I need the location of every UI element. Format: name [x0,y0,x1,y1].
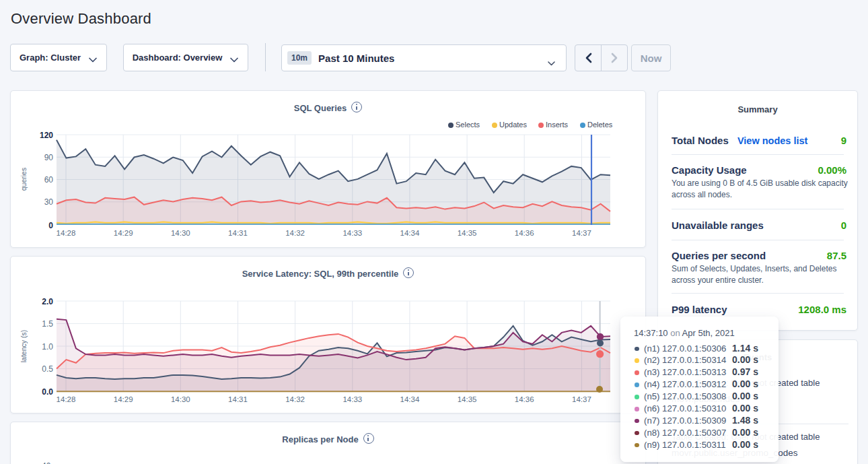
svg-text:0.5: 0.5 [42,364,53,374]
svg-text:120: 120 [40,131,53,140]
svg-text:90: 90 [44,153,54,162]
svg-text:1.0: 1.0 [42,342,53,352]
svg-text:0.0: 0.0 [42,387,53,397]
svg-text:0: 0 [48,221,53,230]
svg-text:14:31: 14:31 [228,229,248,237]
svg-text:14:37: 14:37 [572,395,591,403]
svg-text:latency (s): latency (s) [20,330,28,362]
svg-text:14:36: 14:36 [515,229,534,237]
svg-text:60: 60 [44,175,54,185]
svg-text:2.0: 2.0 [42,297,53,306]
svg-text:14:28: 14:28 [57,229,76,237]
svg-text:14:36: 14:36 [515,395,534,403]
svg-text:14:31: 14:31 [228,395,248,403]
svg-text:14:29: 14:29 [114,229,133,237]
svg-text:14:30: 14:30 [171,395,190,403]
svg-text:14:37: 14:37 [572,229,591,237]
svg-text:30: 30 [44,197,54,207]
svg-text:14:32: 14:32 [285,395,305,403]
svg-text:14:34: 14:34 [400,395,420,403]
svg-text:14:29: 14:29 [114,395,133,403]
svg-text:14:28: 14:28 [57,395,76,403]
svg-text:14:30: 14:30 [171,229,190,237]
svg-text:14:34: 14:34 [400,229,420,237]
svg-text:14:33: 14:33 [342,395,362,403]
svg-text:14:35: 14:35 [458,395,477,403]
svg-text:1.5: 1.5 [42,319,53,329]
svg-text:queries: queries [20,168,28,191]
svg-text:14:35: 14:35 [458,229,477,237]
svg-text:14:32: 14:32 [285,229,305,237]
svg-text:14:33: 14:33 [342,229,362,237]
